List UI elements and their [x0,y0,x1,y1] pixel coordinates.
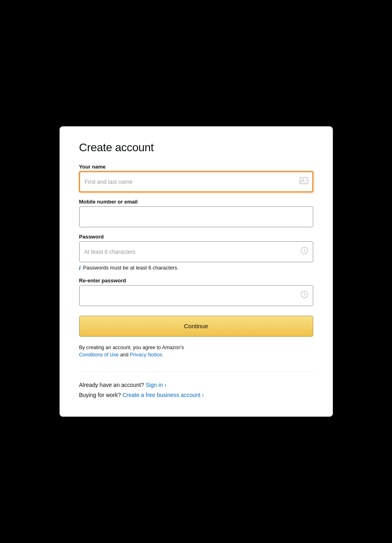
email-input[interactable] [79,206,313,227]
signin-prefix: Already have an account? [79,382,144,388]
reenter-password-form-group: Re-enter password [79,278,313,306]
reenter-password-input[interactable] [79,285,313,306]
password-hint-text: Passwords must be at least 6 characters. [83,265,179,271]
reenter-label: Re-enter password [79,278,313,284]
signin-line: Already have an account? Sign in › [79,380,313,390]
continue-button[interactable]: Continue [79,316,313,337]
business-line: Buying for work? Create a free business … [79,390,313,400]
password-input[interactable] [79,241,313,262]
business-arrow: › [202,392,204,398]
signin-link[interactable]: Sign in › [146,382,166,388]
privacy-link[interactable]: Privacy Notice [130,352,162,358]
info-icon: i [79,265,81,271]
email-input-wrapper [79,206,313,227]
terms-and: and [120,352,130,358]
account-links: Already have an account? Sign in › Buyin… [79,380,313,400]
reenter-input-wrapper [79,285,313,306]
create-account-card: Create account Your name Mobile number o… [60,126,333,417]
email-label: Mobile number or email [79,199,313,205]
business-prefix: Buying for work? [79,392,121,398]
password-hint: i Passwords must be at least 6 character… [79,265,313,271]
terms-prefix: By creating an account, you agree to Ama… [79,345,184,350]
conditions-link[interactable]: Conditions of Use [79,352,119,358]
terms-text: By creating an account, you agree to Ama… [79,344,313,359]
terms-period: . [162,352,163,358]
signin-arrow: › [164,382,166,388]
page-title: Create account [79,141,313,154]
name-input-wrapper [79,171,313,192]
name-form-group: Your name [79,164,313,192]
name-label: Your name [79,164,313,170]
password-form-group: Password i Passwords must be at least 6 … [79,234,313,271]
business-link[interactable]: Create a free business account › [123,392,204,398]
password-input-wrapper [79,241,313,262]
password-label: Password [79,234,313,240]
email-form-group: Mobile number or email [79,199,313,227]
name-input[interactable] [79,171,313,192]
section-divider [79,372,313,372]
